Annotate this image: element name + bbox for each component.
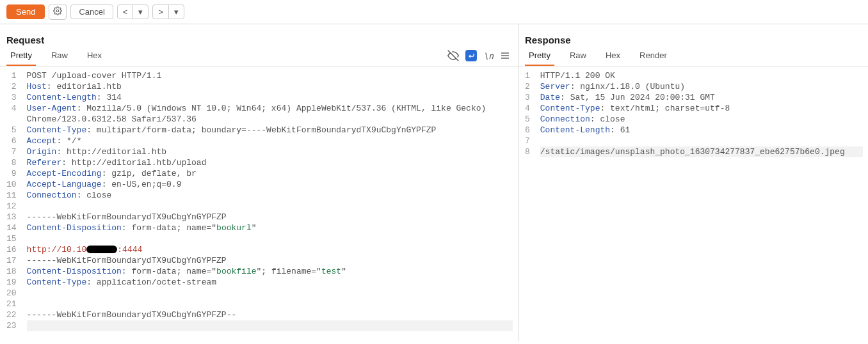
code-line: Host: editorial.htb xyxy=(27,81,513,92)
code-line: Content-Type: multipart/form-data; bound… xyxy=(27,125,513,136)
history-back-group: < ▾ xyxy=(117,4,149,19)
request-panel: Request Pretty Raw Hex \n 1234 567891011… xyxy=(0,24,518,341)
request-editor[interactable]: 1234 567891011121314151617181920212223 P… xyxy=(0,66,518,341)
prev-dropdown[interactable]: ▾ xyxy=(133,4,149,19)
next-dropdown[interactable]: ▾ xyxy=(168,4,184,19)
request-code[interactable]: POST /upload-cover HTTP/1.1 Host: editor… xyxy=(22,66,518,341)
send-button[interactable]: Send xyxy=(6,4,45,19)
code-line: http://10.10:4444 xyxy=(27,244,513,255)
response-editor[interactable]: 12345678 HTTP/1.1 200 OK Server: nginx/1… xyxy=(518,66,868,341)
request-title: Request xyxy=(6,35,44,45)
newline-icon[interactable] xyxy=(465,50,477,61)
code-line xyxy=(27,233,513,244)
svg-point-0 xyxy=(57,10,60,12)
cancel-button[interactable]: Cancel xyxy=(70,4,113,19)
code-line: /static/images/unsplash_photo_1630734277… xyxy=(540,146,863,157)
code-line: Accept-Encoding: gzip, deflate, br xyxy=(27,168,513,179)
code-line: ------WebKitFormBoundarydTX9uCbgYnGYPFZP… xyxy=(27,309,513,320)
tab-raw[interactable]: Raw xyxy=(566,45,590,66)
history-forward-group: > ▾ xyxy=(152,4,184,19)
code-line xyxy=(27,288,513,299)
response-panel: Response Pretty Raw Hex Render 12345678 … xyxy=(518,24,868,341)
code-line: Connection: close xyxy=(27,190,513,201)
code-line: POST /upload-cover HTTP/1.1 xyxy=(27,70,513,81)
code-line: Date: Sat, 15 Jun 2024 20:00:31 GMT xyxy=(540,92,863,103)
code-line: Content-Disposition: form-data; name="bo… xyxy=(27,266,513,277)
code-line: Content-Type: application/octet-stream xyxy=(27,277,513,288)
settings-button[interactable] xyxy=(49,4,67,20)
code-line: Origin: http://editorial.htb xyxy=(27,146,513,157)
code-line: Referer: http://editorial.htb/upload xyxy=(27,157,513,168)
code-line xyxy=(27,201,513,212)
response-tabs-row: Pretty Raw Hex Render xyxy=(518,45,868,66)
response-title: Response xyxy=(525,35,571,45)
hide-icon[interactable] xyxy=(447,50,459,61)
code-line xyxy=(27,320,513,331)
tab-hex[interactable]: Hex xyxy=(602,45,624,66)
request-gutter: 1234 567891011121314151617181920212223 xyxy=(0,66,22,341)
code-line: Content-Length: 314 xyxy=(27,92,513,103)
code-line: Content-Disposition: form-data; name="bo… xyxy=(27,223,513,233)
next-button[interactable]: > xyxy=(152,4,169,19)
code-line: User-Agent: Mozilla/5.0 (Windows NT 10.0… xyxy=(27,103,513,125)
gear-icon xyxy=(53,6,62,15)
response-gutter: 12345678 xyxy=(518,66,535,341)
code-line: ------WebKitFormBoundarydTX9uCbgYnGYPFZP xyxy=(27,212,513,223)
code-line: ------WebKitFormBoundarydTX9uCbgYnGYPFZP xyxy=(27,255,513,266)
code-line xyxy=(540,136,863,146)
tab-pretty[interactable]: Pretty xyxy=(6,45,36,66)
redacted-ip xyxy=(86,246,117,253)
code-line: HTTP/1.1 200 OK xyxy=(540,70,863,81)
tab-hex[interactable]: Hex xyxy=(83,45,106,66)
wrap-icon[interactable]: \n xyxy=(483,51,494,61)
code-line xyxy=(27,299,513,309)
menu-icon[interactable] xyxy=(500,51,510,61)
tab-raw[interactable]: Raw xyxy=(47,45,72,66)
code-line: Connection: close xyxy=(540,114,863,125)
prev-button[interactable]: < xyxy=(117,4,134,19)
code-line: Accept: */* xyxy=(27,136,513,146)
code-line: Content-Length: 61 xyxy=(540,125,863,136)
code-line: Accept-Language: en-US,en;q=0.9 xyxy=(27,179,513,190)
tab-render[interactable]: Render xyxy=(636,45,671,66)
code-line: Content-Type: text/html; charset=utf-8 xyxy=(540,103,863,114)
response-code[interactable]: HTTP/1.1 200 OK Server: nginx/1.18.0 (Ub… xyxy=(535,66,868,341)
toolbar: Send Cancel < ▾ > ▾ xyxy=(0,0,868,24)
request-tabs-row: Pretty Raw Hex \n xyxy=(0,45,518,66)
code-line: Server: nginx/1.18.0 (Ubuntu) xyxy=(540,81,863,92)
tab-pretty[interactable]: Pretty xyxy=(525,45,554,66)
